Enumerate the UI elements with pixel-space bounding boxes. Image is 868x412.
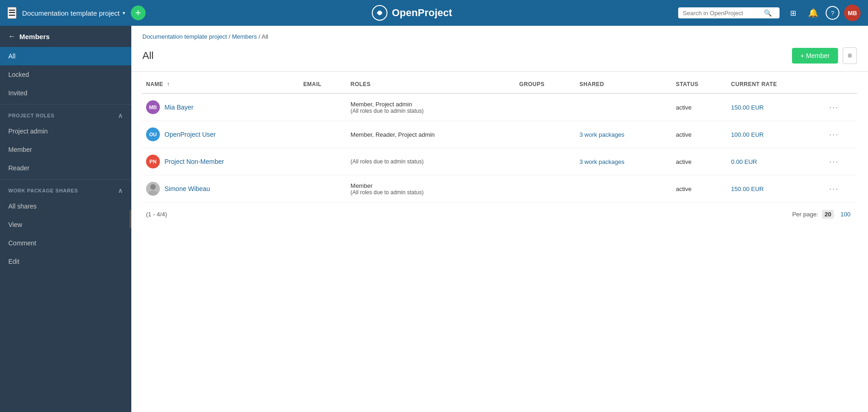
sidebar-item-project-admin[interactable]: Project admin [0, 122, 131, 140]
cell-groups [516, 175, 576, 203]
add-member-button[interactable]: + Member [792, 48, 838, 64]
roles-sub: (All roles due to admin status) [351, 158, 512, 165]
member-name-link[interactable]: Project Non-Member [164, 158, 224, 165]
sidebar-item-project-admin-label: Project admin [8, 128, 48, 135]
logo-icon [371, 5, 388, 21]
member-name-link[interactable]: Mia Bayer [164, 104, 194, 111]
cell-groups [516, 93, 576, 121]
cell-roles: Member, Reader, Project admin [347, 121, 516, 148]
cell-actions: ··· [826, 121, 857, 148]
app-layout: ← Members All Locked Invited PROJECT ROL… [0, 26, 868, 412]
sidebar-item-member-label: Member [8, 146, 32, 153]
search-icon: 🔍 [764, 9, 772, 17]
row-actions-button[interactable]: ··· [829, 130, 839, 139]
cell-email [299, 121, 347, 148]
status-value: active [676, 186, 692, 192]
project-roles-collapse-icon[interactable]: ∧ [118, 112, 123, 119]
sidebar-item-edit[interactable]: Edit [0, 252, 131, 271]
member-name-link[interactable]: Simone Wibeau [164, 185, 210, 192]
cell-status: active [672, 121, 727, 148]
member-cell: MB Mia Bayer [146, 100, 296, 114]
cell-rate: 150.00 EUR [727, 175, 826, 203]
sidebar-item-all-label: All [8, 52, 16, 60]
project-caret-icon: ▾ [123, 10, 125, 16]
project-roles-label: PROJECT ROLES [8, 113, 54, 118]
work-package-shares-collapse-icon[interactable]: ∧ [118, 187, 123, 194]
cell-email [299, 148, 347, 175]
roles-sub: (All roles due to admin status) [351, 189, 512, 196]
col-name[interactable]: NAME ↑ [142, 75, 299, 93]
sidebar-item-all-shares[interactable]: All shares [0, 197, 131, 215]
row-actions-button[interactable]: ··· [829, 157, 839, 167]
roles-primary: Member [351, 182, 512, 189]
member-avatar: PN [146, 155, 160, 168]
notifications-button[interactable]: 🔔 [805, 5, 821, 21]
cell-rate: 0.00 EUR [727, 148, 826, 175]
col-roles: ROLES [347, 75, 516, 93]
app-logo: OpenProject [151, 5, 673, 21]
cell-actions: ··· [826, 93, 857, 121]
sidebar-item-comment[interactable]: Comment [0, 234, 131, 252]
project-selector[interactable]: Documentation template project ▾ [22, 9, 125, 17]
sidebar-item-locked-label: Locked [8, 71, 29, 78]
member-cell: OU OpenProject User [146, 128, 296, 141]
cell-actions: ··· [826, 148, 857, 175]
sidebar-resize-handle[interactable] [129, 210, 131, 228]
grid-menu-button[interactable]: ⊞ [785, 5, 801, 21]
cell-shared: 3 work packages [576, 148, 672, 175]
nav-icon-group: ⊞ 🔔 ? MB [785, 5, 861, 21]
sidebar-item-locked[interactable]: Locked [0, 65, 131, 84]
user-avatar[interactable]: MB [844, 5, 861, 21]
status-value: active [676, 131, 692, 138]
svg-point-1 [150, 184, 156, 190]
per-page-selector: Per page: 20 100 [792, 210, 853, 219]
sidebar-item-member[interactable]: Member [0, 140, 131, 159]
pagination: (1 - 4/4) Per page: 20 100 [142, 203, 857, 226]
hamburger-menu[interactable]: ☰ [7, 7, 17, 19]
table-row: PN Project Non-Member (All roles due to … [142, 148, 857, 175]
cell-actions: ··· [826, 175, 857, 203]
row-actions-button[interactable]: ··· [829, 103, 839, 112]
member-name-link[interactable]: OpenProject User [164, 131, 216, 138]
cell-rate: 150.00 EUR [727, 93, 826, 121]
cell-groups [516, 121, 576, 148]
search-input[interactable] [683, 10, 761, 17]
cell-groups [516, 148, 576, 175]
rate-value: 150.00 EUR [731, 104, 764, 111]
shared-link[interactable]: 3 work packages [580, 158, 625, 165]
breadcrumb-project-link[interactable]: Documentation template project [142, 33, 227, 40]
rate-value: 150.00 EUR [731, 186, 764, 192]
sidebar-title: Members [19, 33, 50, 41]
member-avatar: OU [146, 128, 160, 141]
per-page-100[interactable]: 100 [838, 210, 853, 219]
shared-link[interactable]: 3 work packages [580, 131, 625, 138]
per-page-label: Per page: [792, 211, 818, 218]
per-page-20[interactable]: 20 [822, 210, 834, 219]
search-box[interactable]: 🔍 [678, 7, 780, 18]
help-button[interactable]: ? [826, 6, 839, 20]
row-actions-button[interactable]: ··· [829, 184, 839, 194]
cell-rate: 100.00 EUR [727, 121, 826, 148]
sidebar-item-reader[interactable]: Reader [0, 159, 131, 177]
table-row: MB Mia Bayer Member, Project admin(All r… [142, 93, 857, 121]
sidebar-item-invited[interactable]: Invited [0, 84, 131, 102]
col-status: STATUS [672, 75, 727, 93]
sidebar-item-all[interactable]: All [0, 47, 131, 65]
sidebar: ← Members All Locked Invited PROJECT ROL… [0, 26, 131, 412]
cell-status: active [672, 175, 727, 203]
cell-email [299, 93, 347, 121]
back-arrow-icon: ← [8, 32, 16, 41]
table-header-row: NAME ↑ EMAIL ROLES GROUPS [142, 75, 857, 93]
rate-value: 0.00 EUR [731, 158, 757, 165]
sidebar-item-view[interactable]: View [0, 215, 131, 234]
breadcrumb-members-link[interactable]: Members [232, 33, 257, 40]
add-project-button[interactable]: + [131, 6, 146, 20]
sidebar-back-button[interactable]: ← Members [0, 26, 131, 47]
cell-roles: Member, Project admin(All roles due to a… [347, 93, 516, 121]
pagination-range: (1 - 4/4) [146, 211, 167, 218]
col-actions [826, 75, 857, 93]
breadcrumb: Documentation template project / Members… [131, 26, 868, 44]
page-header-actions: + Member ≡ [792, 47, 857, 64]
filter-button[interactable]: ≡ [843, 47, 857, 64]
member-avatar: MB [146, 100, 160, 114]
